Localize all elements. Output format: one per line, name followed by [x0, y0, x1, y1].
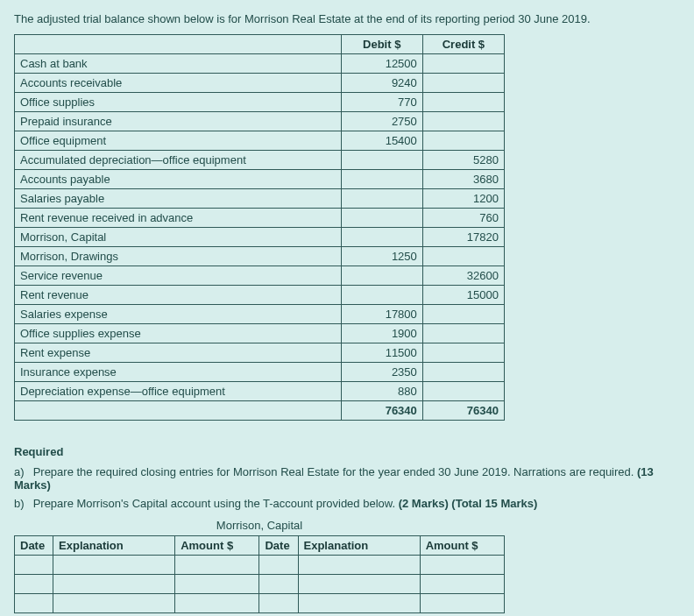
- table-row: Office equipment15400: [15, 131, 505, 151]
- account-name: Cash at bank: [15, 54, 342, 74]
- t-cell: [420, 556, 504, 575]
- credit-cell: [422, 131, 504, 151]
- table-row: Rent revenue15000: [15, 286, 505, 305]
- debit-cell: [341, 286, 422, 305]
- requirement-b: b) Prepare Morrison's Capital account us…: [14, 497, 680, 510]
- totals-row: 7634076340: [15, 401, 505, 421]
- credit-cell: 17820: [422, 228, 504, 247]
- account-name: Office equipment: [15, 131, 342, 151]
- account-name: Office supplies: [15, 93, 342, 112]
- totals-credit: 76340: [422, 401, 504, 421]
- debit-cell: 1900: [341, 324, 422, 343]
- t-account-row: [15, 556, 505, 575]
- credit-cell: [422, 54, 504, 74]
- t-h-amt-left: Amount $: [175, 536, 259, 556]
- t-cell: [175, 575, 259, 594]
- account-name: Rent expense: [15, 343, 342, 363]
- t-cell: [15, 556, 53, 575]
- t-cell: [259, 556, 298, 575]
- account-name: Salaries payable: [15, 189, 342, 209]
- debit-cell: 9240: [341, 74, 422, 93]
- req-a-label: a): [14, 465, 30, 478]
- col-credit: Credit $: [422, 35, 504, 54]
- t-cell: [175, 556, 259, 575]
- debit-cell: 2750: [341, 112, 422, 131]
- table-row: Rent revenue received in advance760: [15, 209, 505, 228]
- t-cell: [15, 594, 53, 613]
- t-cell: [53, 594, 175, 613]
- debit-cell: [341, 266, 422, 286]
- credit-cell: [422, 305, 504, 324]
- totals-debit: 76340: [341, 401, 422, 421]
- debit-cell: 15400: [341, 131, 422, 151]
- debit-cell: 17800: [341, 305, 422, 324]
- account-name: Service revenue: [15, 266, 342, 286]
- table-row: Insurance expense2350: [15, 363, 505, 382]
- t-account-row: [15, 594, 505, 613]
- table-row: Morrison, Drawings1250: [15, 247, 505, 266]
- intro-text: The adjusted trial balance shown below i…: [14, 12, 680, 25]
- debit-cell: 770: [341, 93, 422, 112]
- table-row: Accumulated depreciation—office equipmen…: [15, 151, 505, 170]
- credit-cell: [422, 74, 504, 93]
- credit-cell: 15000: [422, 286, 504, 305]
- t-cell: [298, 575, 420, 594]
- debit-cell: 2350: [341, 363, 422, 382]
- credit-cell: 5280: [422, 151, 504, 170]
- table-row: Depreciation expense—office equipment880: [15, 382, 505, 401]
- debit-cell: [341, 209, 422, 228]
- t-cell: [420, 575, 504, 594]
- debit-cell: [341, 228, 422, 247]
- t-cell: [53, 575, 175, 594]
- table-row: Accounts payable3680: [15, 170, 505, 189]
- t-cell: [175, 594, 259, 613]
- t-h-exp-right: Explanation: [298, 536, 420, 556]
- table-row: Prepaid insurance2750: [15, 112, 505, 131]
- table-row: Morrison, Capital17820: [15, 228, 505, 247]
- t-account-title: Morrison, Capital: [14, 519, 505, 532]
- account-name: Prepaid insurance: [15, 112, 342, 131]
- totals-blank: [15, 401, 342, 421]
- account-name: Morrison, Capital: [15, 228, 342, 247]
- req-b-text: Prepare Morrison's Capital account using…: [33, 497, 399, 510]
- account-name: Accounts receivable: [15, 74, 342, 93]
- t-h-amt-right: Amount $: [420, 536, 504, 556]
- t-cell: [420, 594, 504, 613]
- t-cell: [15, 575, 53, 594]
- credit-cell: 1200: [422, 189, 504, 209]
- table-row: Cash at bank12500: [15, 54, 505, 74]
- credit-cell: 3680: [422, 170, 504, 189]
- credit-cell: [422, 324, 504, 343]
- account-name: Rent revenue received in advance: [15, 209, 342, 228]
- req-b-label: b): [14, 497, 30, 510]
- account-name: Rent revenue: [15, 286, 342, 305]
- account-name: Office supplies expense: [15, 324, 342, 343]
- table-row: Office supplies770: [15, 93, 505, 112]
- req-a-text: Prepare the required closing entries for…: [33, 465, 637, 478]
- debit-cell: [341, 189, 422, 209]
- table-row: Rent expense11500: [15, 343, 505, 363]
- t-cell: [298, 594, 420, 613]
- credit-cell: [422, 343, 504, 363]
- account-name: Morrison, Drawings: [15, 247, 342, 266]
- t-cell: [298, 556, 420, 575]
- req-b-marks: (2 Marks) (Total 15 Marks): [399, 497, 538, 510]
- debit-cell: 11500: [341, 343, 422, 363]
- t-account-table: Date Explanation Amount $ Date Explanati…: [14, 535, 505, 613]
- debit-cell: 1250: [341, 247, 422, 266]
- credit-cell: [422, 382, 504, 401]
- credit-cell: [422, 363, 504, 382]
- account-name: Accounts payable: [15, 170, 342, 189]
- account-name: Insurance expense: [15, 363, 342, 382]
- debit-cell: 880: [341, 382, 422, 401]
- table-row: Accounts receivable9240: [15, 74, 505, 93]
- t-h-date-right: Date: [259, 536, 298, 556]
- credit-cell: [422, 93, 504, 112]
- t-cell: [259, 594, 298, 613]
- debit-cell: [341, 170, 422, 189]
- t-cell: [259, 575, 298, 594]
- credit-cell: 32600: [422, 266, 504, 286]
- table-row: Salaries expense17800: [15, 305, 505, 324]
- requirement-a: a) Prepare the required closing entries …: [14, 465, 680, 492]
- account-name: Salaries expense: [15, 305, 342, 324]
